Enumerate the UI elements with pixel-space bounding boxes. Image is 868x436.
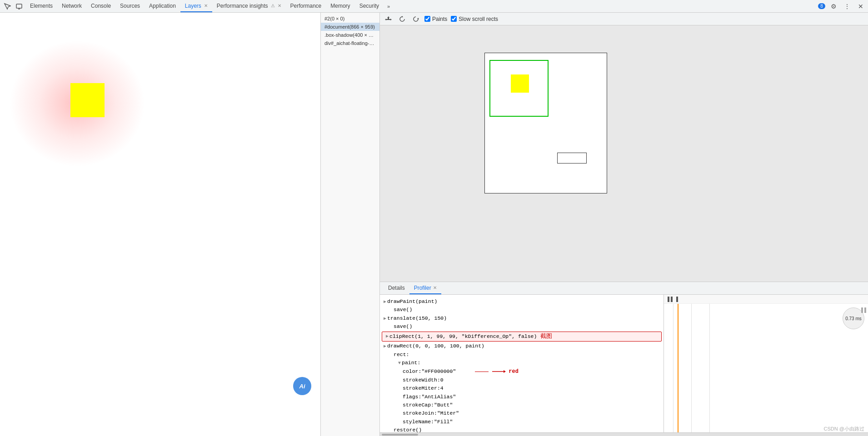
- slow-scroll-checkbox[interactable]: [451, 16, 457, 22]
- timeline-top-bar: [664, 295, 868, 304]
- layer-yellow-preview: [511, 74, 529, 93]
- code-line-12[interactable]: strokeCap:"Butt": [380, 401, 663, 409]
- triangle-icon: [384, 344, 386, 349]
- right-pause-left: [861, 307, 863, 313]
- layers-sidebar: #2(0 × 0) #document(866 × 959) .box-shad…: [321, 13, 380, 436]
- code-line-14[interactable]: styleName:"Fill": [380, 418, 663, 426]
- tab-performance[interactable]: Performance: [286, 0, 326, 12]
- profiler-timeline: 0.73 ms: [663, 295, 868, 432]
- tab-network[interactable]: Network: [57, 0, 86, 12]
- pan-tool-icon[interactable]: [384, 14, 394, 24]
- tab-sources[interactable]: Sources: [115, 0, 145, 12]
- tab-layers-close[interactable]: ✕: [204, 3, 208, 8]
- right-pause-right: [864, 307, 866, 313]
- code-line-4-highlighted[interactable]: clipRect(1, 1, 99, 99, "kDifference_Op",…: [382, 332, 662, 342]
- tab-security[interactable]: Security: [355, 0, 384, 12]
- more-options-icon[interactable]: ⋮: [842, 1, 853, 12]
- tab-details[interactable]: Details: [384, 282, 409, 294]
- layer-item-0[interactable]: #2(0 × 0): [321, 15, 379, 23]
- pause-btn-right: [676, 297, 678, 302]
- layer-visualization: [380, 25, 868, 282]
- bottom-panel: Details Profiler ✕ drawPaint(paint) save…: [380, 282, 868, 436]
- inspect-icon[interactable]: [2, 1, 13, 12]
- tab-profiler[interactable]: Profiler ✕: [409, 282, 441, 294]
- pause-bar-right: [671, 297, 673, 302]
- devtools-close-icon[interactable]: ✕: [855, 1, 866, 12]
- layer-item-1[interactable]: #document(866 × 959): [321, 23, 379, 31]
- timeline-orange-vline: [678, 304, 678, 432]
- timeline-area: 0.73 ms: [664, 304, 868, 432]
- code-line-9[interactable]: strokeWidth:0: [380, 376, 663, 384]
- code-line-0[interactable]: drawPaint(paint): [380, 297, 663, 306]
- ai-floating-button[interactable]: Ai: [293, 377, 311, 395]
- svg-marker-5: [504, 370, 506, 373]
- code-line-3[interactable]: save(): [380, 322, 663, 331]
- pause-bar-left: [668, 297, 669, 302]
- code-line-10[interactable]: strokeMiter:4: [380, 384, 663, 392]
- settings-icon[interactable]: ⚙: [828, 1, 839, 12]
- layer-item-2[interactable]: .box-shadow(400 × 400): [321, 31, 379, 39]
- code-line-2[interactable]: translate(150, 150): [380, 314, 663, 322]
- tab-profiler-close[interactable]: ✕: [433, 285, 437, 290]
- triangle-icon: [398, 361, 401, 366]
- layer-frame: [484, 53, 607, 193]
- paints-checkbox[interactable]: [424, 16, 430, 22]
- tab-performance-insights[interactable]: Performance insights ⚠ ✕: [212, 0, 286, 12]
- toolbar-right: 8 ⚙ ⋮ ✕: [818, 1, 866, 12]
- devtools-right-panel: Paints Slow scroll rects Details: [380, 13, 868, 436]
- layer-green-border: [489, 60, 549, 117]
- svg-marker-3: [417, 18, 419, 19]
- perf-insights-icon: ⚠: [271, 3, 275, 8]
- bottom-tab-bar: Details Profiler ✕: [380, 282, 868, 295]
- code-line-13[interactable]: strokeJoin:"Miter": [380, 409, 663, 417]
- devtools-toolbar: Elements Network Console Sources Applica…: [0, 0, 868, 13]
- yellow-box-element: [70, 83, 105, 117]
- layer-item-3[interactable]: div#_aichat-floating-roc: [321, 39, 379, 47]
- watermark: CSDN @小由路过: [824, 426, 864, 432]
- timeline-vline-1: [673, 304, 673, 432]
- right-pause-btns: [859, 304, 868, 315]
- code-panel: drawPaint(paint) save() translate(150, 1…: [380, 295, 663, 432]
- notification-badge: 8: [818, 3, 825, 9]
- pause-controls: [668, 297, 673, 302]
- code-line-1[interactable]: save(): [380, 306, 663, 314]
- slow-scroll-checkbox-label[interactable]: Slow scroll rects: [451, 16, 498, 22]
- more-tabs-btn[interactable]: »: [384, 0, 394, 12]
- timeline-vline-3: [709, 304, 710, 432]
- triangle-icon: [384, 316, 386, 321]
- tab-console[interactable]: Console: [86, 0, 115, 12]
- web-page-preview: Ai: [0, 13, 321, 436]
- tab-application[interactable]: Application: [145, 0, 180, 12]
- layers-viz-toolbar: Paints Slow scroll rects: [380, 13, 868, 25]
- paints-checkbox-label[interactable]: Paints: [424, 16, 447, 22]
- code-line-15[interactable]: restore(): [380, 426, 663, 432]
- red-annotation: red: [509, 367, 519, 376]
- timeline-vline-2: [691, 304, 692, 432]
- layer-small-rect: [557, 153, 587, 164]
- horizontal-scrollbar[interactable]: [380, 432, 868, 436]
- rotate-icon[interactable]: [397, 14, 407, 24]
- tab-bar: Elements Network Console Sources Applica…: [25, 0, 817, 12]
- tab-performance-insights-close[interactable]: ✕: [278, 3, 281, 8]
- scrollbar-thumb[interactable]: [382, 434, 418, 436]
- svg-rect-1: [18, 9, 20, 10]
- tab-memory[interactable]: Memory: [326, 0, 354, 12]
- triangle-icon: [386, 333, 389, 340]
- tab-elements[interactable]: Elements: [25, 0, 57, 12]
- triangle-icon: [384, 299, 386, 304]
- code-line-5[interactable]: drawRect(0, 0, 100, 100, paint): [380, 342, 663, 350]
- code-line-11[interactable]: flags:"AntiAlias": [380, 393, 663, 401]
- code-line-7[interactable]: paint:: [380, 359, 663, 367]
- device-icon[interactable]: [14, 1, 25, 12]
- tab-layers[interactable]: Layers ✕: [180, 0, 212, 12]
- code-line-8[interactable]: color:"#FF000000" red: [380, 367, 663, 376]
- reset-icon[interactable]: [411, 14, 421, 24]
- profiler-content: drawPaint(paint) save() translate(150, 1…: [380, 295, 868, 432]
- main-area: Ai #2(0 × 0) #document(866 × 959) .box-s…: [0, 13, 868, 436]
- code-line-6[interactable]: rect:: [380, 351, 663, 359]
- svg-rect-0: [16, 4, 22, 8]
- zh-annotation: 截图: [540, 332, 552, 342]
